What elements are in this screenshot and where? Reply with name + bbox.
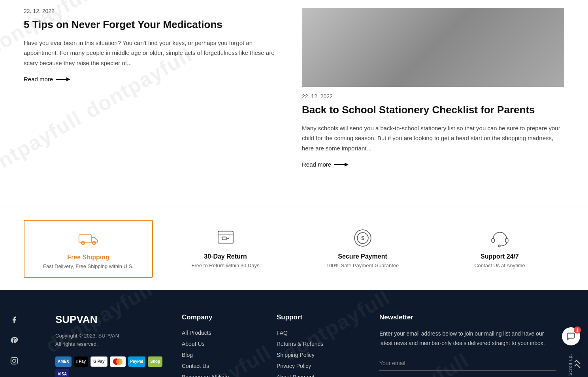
facebook-icon[interactable] [8,313,21,326]
feature-support: Support 24/7 Contact Us at Anytime [435,220,564,278]
newsletter-title: Newsletter [379,313,556,321]
company-link-products[interactable]: All Products [182,329,261,336]
support-links: FAQ Returns & Refunds Shipping Policy Pr… [277,329,364,377]
blog-card-2: 22. 12. 2022 Back to School Stationery C… [302,8,564,168]
read-more-arrow-1 [56,77,70,82]
email-input[interactable] [379,356,556,371]
footer-brand-col: SUPVAN Copyright © 2023, SUPVAN All righ… [55,313,166,377]
company-link-blog[interactable]: Blog [182,351,261,358]
blog-excerpt-2: Many schools will send you a back-to-sch… [302,123,564,154]
shipping-icon [78,229,99,249]
blog-grid: 22. 12. 2022 5 Tips on Never Forget Your… [24,0,564,192]
svg-point-4 [93,242,94,244]
blog-title-1: 5 Tips on Never Forget Your Medications [24,18,286,32]
return-icon [215,228,236,248]
scroll-up-button[interactable]: Scroll up. [568,354,580,376]
support-icon [490,228,510,248]
chat-button[interactable]: 1 [562,327,580,345]
apple-pay-icon:  Pay [74,356,88,367]
feature-subtitle-return: Free to Return within 30 Days [192,263,260,268]
visa-icon: VISA [55,369,69,377]
company-title: Company [182,313,261,321]
svg-rect-0 [79,235,91,242]
footer-company-col: Company All Products About Us Blog Conta… [182,313,261,377]
feature-title-shipping: Free Shipping [67,254,109,261]
chat-icon [567,332,575,341]
scroll-chevrons [575,361,580,368]
pinterest-icon[interactable] [8,334,21,347]
support-link-privacy[interactable]: Privacy Policy [277,362,364,369]
feature-title-support: Support 24/7 [481,253,519,260]
svg-point-16 [13,359,16,362]
footer-newsletter-col: Newsletter Enter your email address belo… [379,313,556,377]
company-link-contact[interactable]: Contact Us [182,362,261,369]
footer: dontpayfull dontpayfull dontpayfull dont… [0,290,588,377]
blog-image-2 [302,8,564,87]
blog-title-2: Back to School Stationery Checklist for … [302,103,564,117]
payment-icon: $ [352,228,373,248]
shopify-pay-icon: Shop [148,356,162,367]
paypal-icon: PayPal [128,356,146,367]
blog-card-1: 22. 12. 2022 5 Tips on Never Forget Your… [24,8,286,168]
chevron-up-2 [574,364,580,370]
instagram-icon[interactable] [8,354,21,367]
svg-point-3 [82,242,83,244]
main-content: 22. 12. 2022 5 Tips on Never Forget Your… [0,0,588,208]
support-link-returns[interactable]: Returns & Refunds [277,340,364,347]
footer-support-col: Support FAQ Returns & Refunds Shipping P… [277,313,364,377]
features-bar: Free Shipping Fast Delivery, Free Shippi… [0,208,588,290]
feature-return: 30-Day Return Free to Return within 30 D… [161,220,290,278]
feature-subtitle-support: Contact Us at Anytime [474,263,525,268]
chat-badge: 1 [574,326,581,334]
feature-subtitle-payment: 100% Safe Payment Guarantee [326,263,399,268]
feature-payment: $ Secure Payment 100% Safe Payment Guara… [298,220,427,278]
feature-title-return: 30-Day Return [204,253,247,260]
feature-title-payment: Secure Payment [338,253,387,260]
blog-excerpt-1: Have you ever been in this situation? Yo… [24,38,286,68]
social-icons [8,313,21,377]
support-title: Support [277,313,364,321]
read-more-2[interactable]: Read more [302,161,349,168]
scroll-text: Scroll up. [568,354,573,376]
footer-copyright: Copyright © 2023, SUPVAN All rights rese… [55,332,166,349]
google-pay-icon: G Pay [90,356,107,367]
support-link-shipping[interactable]: Shipping Policy [277,351,364,358]
company-link-about[interactable]: About Us [182,340,261,347]
company-link-affiliate[interactable]: Become an Affiliate [182,373,261,377]
svg-point-14 [498,245,500,247]
amex-icon: AMEX [55,356,72,367]
svg-point-17 [16,359,17,360]
svg-point-19 [116,358,122,365]
mastercard-icon [110,356,126,367]
company-links: All Products About Us Blog Contact Us Be… [182,329,261,377]
svg-rect-15 [11,358,18,364]
read-more-arrow-2 [334,162,349,167]
blog-date-2: 22. 12. 2022 [302,93,564,99]
blog-date-1: 22. 12. 2022 [24,8,286,14]
support-link-faq[interactable]: FAQ [277,329,364,336]
footer-logo: SUPVAN [55,313,166,326]
newsletter-desc: Enter your email address below to join o… [379,329,556,348]
support-link-payment[interactable]: About Payment [277,373,364,377]
feature-free-shipping: Free Shipping Fast Delivery, Free Shippi… [24,220,153,278]
tiktok-icon[interactable] [8,375,21,377]
payment-icons: AMEX  Pay G Pay PayPal Shop VISA [55,356,166,377]
svg-rect-7 [222,237,226,240]
svg-text:$: $ [361,235,364,241]
feature-subtitle-shipping: Fast Delivery, Free Shipping within U.S. [43,263,134,269]
read-more-1[interactable]: Read more [24,76,70,83]
